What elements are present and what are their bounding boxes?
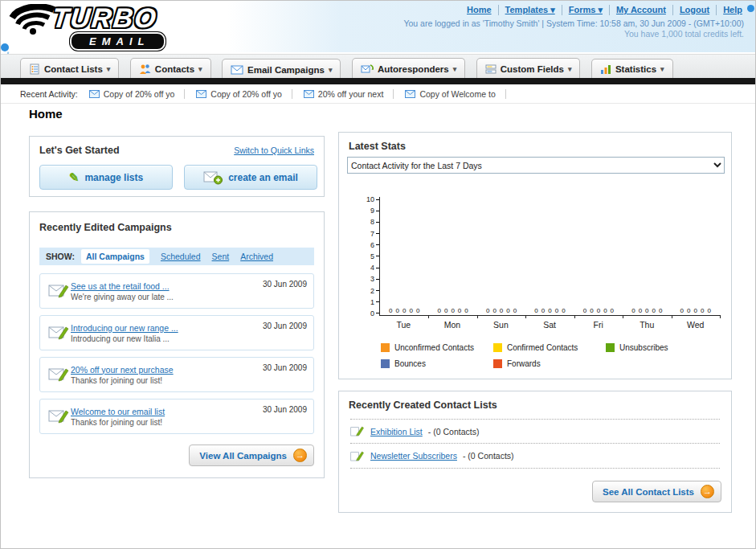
campaign-text: Welcome to our email list Thanks for joi… xyxy=(71,407,263,427)
bar-value: 0 xyxy=(500,307,503,314)
custom-fields-icon xyxy=(485,64,497,75)
tab-contacts[interactable]: Contacts ▾ xyxy=(130,58,211,79)
create-email-label: create an email xyxy=(228,172,298,183)
bar-value: 0 xyxy=(680,307,684,314)
filter-sent[interactable]: Sent xyxy=(212,252,230,261)
x-axis-label: Fri xyxy=(574,320,623,330)
email-campaigns-icon xyxy=(231,65,243,75)
top-nav-links: Home Templates ▾ Forms ▾ My Account Logo… xyxy=(460,5,744,15)
tab-custom-fields[interactable]: Custom Fields ▾ xyxy=(476,58,581,79)
y-tick: 7 xyxy=(370,231,379,236)
top-link-help[interactable]: Help xyxy=(717,5,744,15)
campaign-date: 30 Jun 2009 xyxy=(263,322,307,330)
view-all-campaigns-button[interactable]: View All Campaigns → xyxy=(189,445,314,466)
contact-list-row: Exhibition List - (0 Contacts) xyxy=(350,419,720,444)
tab-contact-lists[interactable]: Contact Lists ▾ xyxy=(20,58,119,79)
top-link-home[interactable]: Home xyxy=(460,5,499,15)
recent-activity-item[interactable]: Copy of 20% off yo xyxy=(89,89,186,99)
bar-value: 0 xyxy=(631,307,635,314)
filter-scheduled[interactable]: Scheduled xyxy=(161,252,201,261)
contact-list-link[interactable]: Exhibition List xyxy=(370,427,423,436)
see-all-contact-lists-label: See All Contact Lists xyxy=(603,487,694,497)
filter-all-campaigns[interactable]: All Campaigns xyxy=(81,249,149,264)
see-all-contact-lists-button[interactable]: See All Contact Lists → xyxy=(592,481,721,502)
contact-list-link[interactable]: Newsletter Subscribers xyxy=(370,451,457,461)
chart-day-group: 00000 xyxy=(428,197,476,315)
campaign-row: Introducing our new range ... Introducin… xyxy=(39,315,314,350)
x-axis-label: Mon xyxy=(428,320,477,330)
recent-activity-text: Copy of 20% off yo xyxy=(210,89,282,99)
contact-list-count: - (0 Contacts) xyxy=(463,451,514,461)
campaign-text: 20% off your next purchase Thanks for jo… xyxy=(71,365,263,385)
recent-activity-label: Recent Activity: xyxy=(20,89,78,99)
campaign-date: 30 Jun 2009 xyxy=(263,405,307,414)
contacts-icon xyxy=(139,64,151,75)
bar-value: 0 xyxy=(597,307,600,314)
bar-value: 0 xyxy=(506,307,509,314)
campaign-title-link[interactable]: 20% off your next purchase xyxy=(71,365,263,375)
autoresponders-icon xyxy=(361,64,374,75)
view-all-campaigns-label: View All Campaigns xyxy=(199,451,287,461)
switch-quick-links-link[interactable]: Switch to Quick Links xyxy=(234,145,314,155)
bar-value: 0 xyxy=(687,307,690,314)
app-window: TURBO EMAIL Home Templates ▾ Forms ▾ My … xyxy=(0,0,756,549)
tab-label: Contact Lists xyxy=(44,64,103,74)
stats-period-select[interactable]: Contact Activity for the Last 7 Days xyxy=(347,157,725,174)
contact-list-count: - (0 Contacts) xyxy=(428,427,480,436)
chart-day-group: 00000 xyxy=(623,197,671,315)
get-started-buttons: ✎ manage lists create an email xyxy=(39,165,317,190)
recent-activity-text: Copy of Welcome to xyxy=(419,89,495,99)
get-started-title: Let's Get Started xyxy=(39,145,120,156)
campaign-subtitle: We're giving away our late ... xyxy=(71,293,263,301)
filter-archived[interactable]: Archived xyxy=(240,252,273,261)
recent-activity-text: Copy of 20% off yo xyxy=(104,89,175,99)
x-axis-label: Sat xyxy=(525,320,574,330)
chevron-down-icon: ▾ xyxy=(453,65,457,73)
recent-activity-item[interactable]: Copy of 20% off yo xyxy=(196,89,292,99)
campaign-title-link[interactable]: Introducing our new range ... xyxy=(71,323,263,333)
y-tick: 1 xyxy=(370,300,379,305)
bar-value: 0 xyxy=(548,307,551,314)
contact-lists-title: Recently Created Contact Lists xyxy=(349,399,497,411)
campaign-title-link[interactable]: See us at the retail food ... xyxy=(71,281,263,291)
top-link-my-account[interactable]: My Account xyxy=(610,5,673,15)
arrow-right-icon: → xyxy=(293,449,307,462)
bar-value: 0 xyxy=(701,307,704,314)
contact-lists-icon xyxy=(29,64,40,75)
y-tick: 9 xyxy=(370,208,379,213)
tab-label: Contacts xyxy=(155,64,194,74)
create-email-button[interactable]: create an email xyxy=(184,165,317,190)
campaign-title-link[interactable]: Welcome to our email list xyxy=(71,407,263,416)
header: TURBO EMAIL Home Templates ▾ Forms ▾ My … xyxy=(1,1,755,52)
manage-lists-button[interactable]: ✎ manage lists xyxy=(39,165,173,190)
chevron-down-icon: ▾ xyxy=(329,66,333,74)
y-tick: 6 xyxy=(370,243,379,248)
bar-value: 0 xyxy=(603,307,607,314)
bar-value: 0 xyxy=(707,307,710,314)
chevron-down-icon: ▾ xyxy=(198,65,202,73)
x-axis-label: Tue xyxy=(379,320,428,330)
bar-value: 0 xyxy=(451,307,454,314)
statistics-icon xyxy=(600,64,611,75)
top-link-forms[interactable]: Forms ▾ xyxy=(562,5,610,15)
pencil-page-icon xyxy=(350,424,365,438)
top-link-templates[interactable]: Templates ▾ xyxy=(499,5,562,15)
y-tick: 5 xyxy=(370,254,379,259)
tab-email-campaigns[interactable]: Email Campaigns ▾ xyxy=(222,59,341,80)
top-link-logout[interactable]: Logout xyxy=(673,5,717,15)
bar-value: 0 xyxy=(409,307,412,314)
bar-value: 0 xyxy=(694,307,697,314)
campaigns-panel: Recently Edited Campaigns SHOW: All Camp… xyxy=(29,211,325,478)
tab-statistics[interactable]: Statistics ▾ xyxy=(591,59,673,80)
legend-label: Confirmed Contacts xyxy=(507,343,578,352)
recent-activity-item[interactable]: 20% off your next xyxy=(304,89,394,99)
recent-activity-item[interactable]: Copy of Welcome to xyxy=(405,89,505,99)
bar-value: 0 xyxy=(464,307,468,314)
recent-activity-bar: Recent Activity: Copy of 20% off yo Copy… xyxy=(1,84,755,104)
bar-value: 0 xyxy=(541,307,545,314)
legend-label: Unsubscribes xyxy=(619,343,668,352)
tab-autoresponders[interactable]: Autoresponders ▾ xyxy=(352,58,465,79)
legend-item: Bounces xyxy=(381,359,493,368)
chart-day-group: 00000 xyxy=(477,197,525,315)
x-axis-label: Sun xyxy=(476,320,525,330)
